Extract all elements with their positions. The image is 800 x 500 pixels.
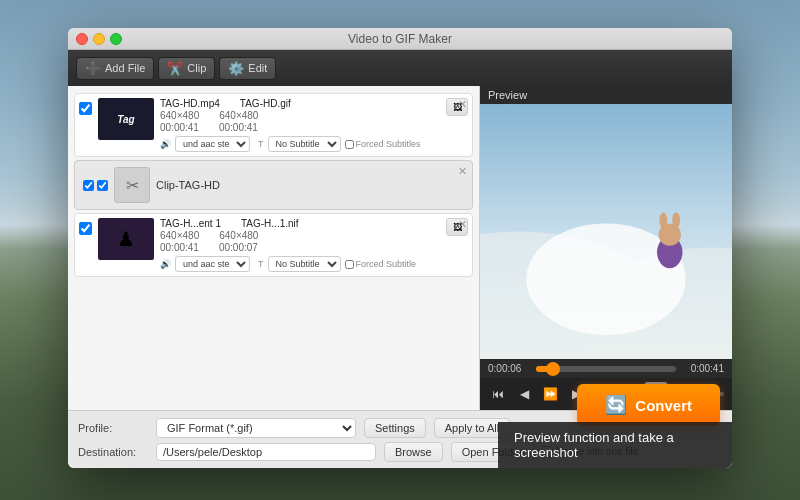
destination-input[interactable] xyxy=(156,443,376,461)
fast-forward-button[interactable]: ⏩ xyxy=(540,384,560,404)
toolbar: ➕ Add File ✂️ Clip ⚙️ Edit xyxy=(68,50,732,86)
main-content: Tag TAG-HD.mp4 TAG-HD.gif 640×480 640×48… xyxy=(68,86,732,410)
clip-item-1: ✂ Clip-TAG-HD ✕ xyxy=(74,160,473,210)
timeline-thumb xyxy=(546,362,560,376)
skip-start-button[interactable]: ⏮ xyxy=(488,384,508,404)
profile-label: Profile: xyxy=(78,422,148,434)
traffic-lights xyxy=(76,33,122,45)
preview-label: Preview xyxy=(480,86,732,104)
timeline: 0:00:06 0:00:41 xyxy=(480,359,732,378)
add-file-icon: ➕ xyxy=(85,61,101,76)
file-item-1-output-name: TAG-HD.gif xyxy=(240,98,291,109)
file-item-1-source-res: 640×480 xyxy=(160,110,199,121)
video-scene-svg xyxy=(480,104,732,359)
file-item-1-output-res: 640×480 xyxy=(219,110,258,121)
subtitle-icon-2: T xyxy=(258,259,264,269)
svg-point-7 xyxy=(672,212,680,228)
svg-point-6 xyxy=(659,212,667,228)
forced-subtitle-check-1[interactable] xyxy=(345,140,354,149)
forced-subtitle-label-2: Forced Subtitle xyxy=(345,259,417,269)
forced-subtitle-check-2[interactable] xyxy=(345,260,354,269)
convert-icon: 🔄 xyxy=(605,394,627,416)
subtitle-select-1[interactable]: No Subtitle xyxy=(268,136,341,152)
destination-label: Destination: xyxy=(78,446,148,458)
tooltip-text: Preview function and take a screenshot xyxy=(514,430,674,460)
file-item-2-source-res: 640×480 xyxy=(160,230,199,241)
forced-subtitle-label-1: Forced Subtitles xyxy=(345,139,421,149)
minimize-button[interactable] xyxy=(93,33,105,45)
maximize-button[interactable] xyxy=(110,33,122,45)
edit-icon: ⚙️ xyxy=(228,61,244,76)
window-title: Video to GIF Maker xyxy=(348,32,452,46)
file-item-1-output-dur: 00:00:41 xyxy=(219,122,258,133)
file-item-2-output-res: 640×480 xyxy=(219,230,258,241)
file-item-1-thumbnail: Tag xyxy=(98,98,154,140)
convert-button[interactable]: 🔄 Convert xyxy=(577,384,720,426)
audio-select-1[interactable]: und aac ste xyxy=(175,136,250,152)
preview-video xyxy=(480,104,732,359)
titlebar: Video to GIF Maker xyxy=(68,28,732,50)
clip-item-1-name: Clip-TAG-HD xyxy=(156,179,220,191)
settings-button[interactable]: Settings xyxy=(364,418,426,438)
clip-button[interactable]: ✂️ Clip xyxy=(158,57,215,80)
file-item-2-output-dur: 00:00:07 xyxy=(219,242,258,253)
clip-checkbox-1a[interactable] xyxy=(83,180,94,191)
audio-icon: 🔊 xyxy=(160,139,171,149)
subtitle-icon: T xyxy=(258,139,264,149)
file-item-2: ♟ TAG-H...ent 1 TAG-H...1.nif 640×480 64… xyxy=(74,213,473,277)
file-list-panel[interactable]: Tag TAG-HD.mp4 TAG-HD.gif 640×480 640×48… xyxy=(68,86,480,410)
timeline-bar[interactable] xyxy=(536,366,676,372)
file-item-1-info: TAG-HD.mp4 TAG-HD.gif 640×480 640×480 00… xyxy=(160,98,440,152)
preview-panel: Preview xyxy=(480,86,732,410)
close-button[interactable] xyxy=(76,33,88,45)
file-item-2-source-dur: 00:00:41 xyxy=(160,242,199,253)
prev-frame-button[interactable]: ◀ xyxy=(514,384,534,404)
add-file-button[interactable]: ➕ Add File xyxy=(76,57,154,80)
audio-icon-2: 🔊 xyxy=(160,259,171,269)
subtitle-select-2[interactable]: No Subtitle xyxy=(268,256,341,272)
clip-item-1-close[interactable]: ✕ xyxy=(455,164,469,178)
file-item-2-info: TAG-H...ent 1 TAG-H...1.nif 640×480 640×… xyxy=(160,218,440,272)
file-item-1: Tag TAG-HD.mp4 TAG-HD.gif 640×480 640×48… xyxy=(74,93,473,157)
file-item-1-close[interactable]: ✕ xyxy=(455,97,469,111)
clip-checkbox-1b[interactable] xyxy=(97,180,108,191)
clip-icon: ✂️ xyxy=(167,61,183,76)
file-item-2-source-name: TAG-H...ent 1 xyxy=(160,218,221,229)
file-item-2-thumbnail: ♟ xyxy=(98,218,154,260)
file-item-1-source-name: TAG-HD.mp4 xyxy=(160,98,220,109)
video-scene xyxy=(480,104,732,359)
audio-select-2[interactable]: und aac ste xyxy=(175,256,250,272)
edit-button[interactable]: ⚙️ Edit xyxy=(219,57,276,80)
file-item-1-checkbox[interactable] xyxy=(79,102,92,115)
file-item-2-close[interactable]: ✕ xyxy=(455,217,469,231)
file-item-2-checkbox[interactable] xyxy=(79,222,92,235)
time-total: 0:00:41 xyxy=(682,363,724,374)
clip-scissors-icon: ✂ xyxy=(114,167,150,203)
browse-button[interactable]: Browse xyxy=(384,442,443,462)
tooltip-bar: Preview function and take a screenshot xyxy=(498,422,732,468)
file-item-1-source-dur: 00:00:41 xyxy=(160,122,199,133)
file-item-2-output-name: TAG-H...1.nif xyxy=(241,218,299,229)
app-window: Video to GIF Maker ➕ Add File ✂️ Clip ⚙️… xyxy=(68,28,732,468)
convert-section: 🔄 Convert xyxy=(577,384,720,426)
time-current: 0:00:06 xyxy=(488,363,530,374)
profile-select[interactable]: GIF Format (*.gif) xyxy=(156,418,356,438)
